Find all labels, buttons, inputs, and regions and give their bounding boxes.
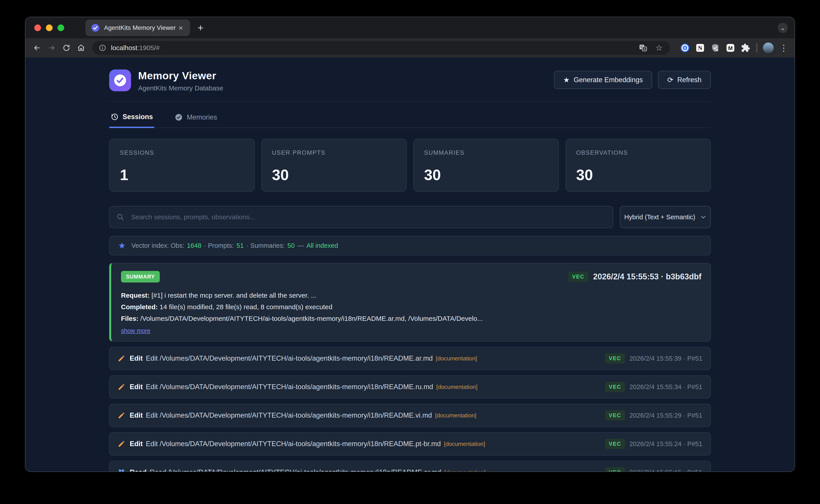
reload-icon[interactable] [61,43,71,53]
app-header: Memory Viewer AgentKits Memory Database … [109,69,711,92]
vec-badge: VEC [605,382,625,392]
stat-label: SUMMARIES [424,149,548,156]
new-tab-button[interactable]: + [197,23,203,33]
translate-icon[interactable]: GA [639,44,647,52]
summary-badge: SUMMARY [121,271,160,282]
vector-prompts-label: · Prompts: [204,242,234,249]
minimize-window-button[interactable] [46,24,53,31]
pencil-icon [118,440,125,448]
tab-sessions[interactable]: Sessions [109,108,154,128]
vec-badge: VEC [568,272,588,282]
observation-tag: [documentation] [436,355,477,362]
observation-meta: 2026/2/4 15:55:15 · P#51 [630,469,702,472]
stat-card-summaries: SUMMARIES 30 [413,139,559,192]
header-divider [109,101,711,102]
pencil-icon [118,412,125,419]
window-controls [25,24,64,31]
observation-action: Edit [130,383,143,391]
stat-value: 1 [120,166,244,183]
observation-detail: Edit /Volumes/DATA/Development/AITYTECH/… [146,354,433,362]
book-icon [118,469,125,471]
address-bar[interactable]: localhost:1905/# GA ☆ [92,41,670,55]
toolbar-divider [757,43,757,53]
svg-text:A: A [716,49,718,51]
tab-title: AgentKits Memory Viewer [104,24,177,31]
vector-index-label: Vector index: Obs: [131,242,184,249]
site-info-icon[interactable] [99,44,106,51]
search-icon [116,213,124,221]
vector-obs-count: 1648 [187,242,201,249]
search-input[interactable] [109,206,613,228]
completed-label: Completed: [121,303,158,311]
profile-avatar[interactable] [763,43,774,53]
browser-toolbar: localhost:1905/# GA ☆ N A M ⋮ [25,38,795,57]
stat-card-user-prompts: USER PROMPTS 30 [261,139,407,192]
vector-summaries-count: 50 [288,242,295,249]
summary-completed-line: Completed: 14 file(s) modified, 28 file(… [121,301,702,313]
search-mode-select[interactable]: Hybrid (Text + Semantic) [620,206,711,228]
refresh-label: Refresh [677,76,702,84]
svg-text:M: M [728,45,733,51]
home-icon[interactable] [76,43,86,53]
shield-check-extension-icon[interactable]: A [711,43,720,53]
observation-row[interactable]: Edit Edit /Volumes/DATA/Development/AITY… [109,375,711,398]
observation-detail: Edit /Volumes/DATA/Development/AITYTECH/… [146,440,441,448]
back-icon[interactable] [32,43,42,53]
observation-row-clipped[interactable]: Read Read /Volumes/DATA/Development/AITY… [109,461,711,471]
observation-row[interactable]: Edit Edit /Volumes/DATA/Development/AITY… [109,404,711,427]
vector-dash: — [297,242,304,249]
show-more-link[interactable]: show more [121,327,150,334]
url-text: localhost:1905/# [111,44,160,52]
svg-text:A: A [644,47,646,51]
password-manager-extension-icon[interactable] [680,43,690,53]
generate-embeddings-button[interactable]: ★ Generate Embeddings [554,71,652,89]
observation-detail: Edit /Volumes/DATA/Development/AITYTECH/… [146,383,433,391]
history-clock-icon [110,113,118,121]
vector-summaries-label: · Summaries: [247,242,285,249]
stat-label: SESSIONS [120,149,244,156]
check-circle-icon [175,113,183,121]
observation-detail: Edit /Volumes/DATA/Development/AITYTECH/… [146,411,432,419]
svg-text:N: N [698,45,702,51]
refresh-button[interactable]: ⟳ Refresh [658,71,711,89]
page-subtitle: AgentKits Memory Database [138,84,223,92]
browser-tab[interactable]: AgentKits Memory Viewer × [85,20,190,36]
vec-badge: VEC [605,353,625,364]
tab-memories[interactable]: Memories [173,108,219,128]
pencil-icon [118,355,125,362]
tab-close-icon[interactable]: × [177,24,184,32]
stat-value: 30 [576,166,700,183]
observation-tag: [documentation] [436,384,477,390]
summary-timestamp: 2026/2/4 15:55:53 · b3b63dbf [593,272,702,281]
browser-menu-icon[interactable]: ⋮ [779,43,788,53]
close-window-button[interactable] [34,24,41,31]
stat-cards: SESSIONS 1 USER PROMPTS 30 SUMMARIES 30 … [109,139,711,192]
generate-embeddings-label: Generate Embeddings [573,76,643,84]
stat-card-observations: OBSERVATIONS 30 [565,139,711,192]
m-extension-icon[interactable]: M [726,43,735,53]
observation-row[interactable]: Edit Edit /Volumes/DATA/Development/AITY… [109,347,711,370]
observation-tag: [documentation] [435,412,476,419]
observation-row[interactable]: Edit Edit /Volumes/DATA/Development/AITY… [109,432,711,455]
extensions-puzzle-icon[interactable] [741,43,750,53]
observation-action: Edit [130,354,143,362]
chevron-down-icon [700,214,706,220]
browser-window: AgentKits Memory Viewer × + ⌄ localhost:… [25,17,795,472]
observation-action: Edit [130,440,143,448]
bookmark-star-icon[interactable]: ☆ [655,44,663,52]
tab-search-chevron-icon[interactable]: ⌄ [778,23,788,33]
forward-icon[interactable] [47,43,57,53]
observation-tag: [documentation] [444,469,485,472]
page-title: Memory Viewer [138,69,223,82]
vector-indexed-status: All indexed [306,242,338,249]
notion-extension-icon[interactable]: N [696,43,705,53]
vec-badge: VEC [605,410,625,421]
request-label: Request: [121,292,149,299]
search-mode-value: Hybrid (Text + Semantic) [625,213,695,221]
zoom-window-button[interactable] [57,24,64,31]
vector-index-status: ★ Vector index: Obs: 1648 · Prompts: 51 … [109,236,711,255]
observation-detail: Read /Volumes/DATA/Development/AITYTECH/… [150,468,441,471]
app-logo-check-icon [109,69,131,91]
observation-tag: [documentation] [444,441,485,447]
pencil-icon [118,383,125,391]
